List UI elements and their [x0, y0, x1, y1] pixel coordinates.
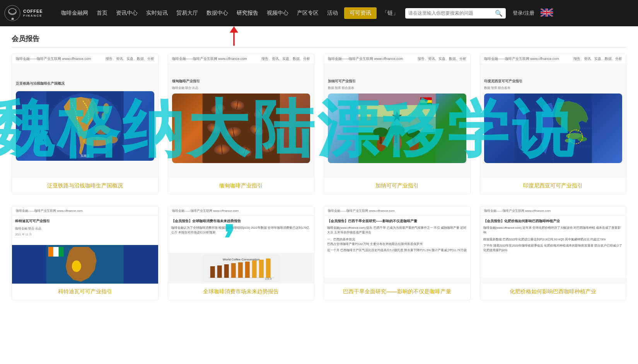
bottom-report-preview-4: 咖啡金融——咖啡产业互联网 www.cffnance.com 【会员报告】化肥价…: [480, 206, 626, 284]
svg-point-12: [95, 125, 110, 134]
svg-point-9: [102, 112, 106, 120]
report-header-2: 咖啡金融——咖啡产业互联网 www.cffnance.com 报告、资讯、实盘、…: [168, 54, 314, 64]
bottom-report-title-1: 科特迪瓦可可产业指引: [12, 284, 158, 300]
report-header-4: 咖啡金融——咖啡产业互联网 www.cffnance.com 报告、资讯、实盘、…: [480, 54, 626, 64]
bottom-report-title-4: 化肥价格如何影响巴西咖啡种植产业: [480, 284, 626, 300]
report-image-2: [172, 94, 310, 163]
svg-point-45: [373, 128, 389, 137]
nav-data[interactable]: 数据中心: [203, 0, 232, 26]
bottom-report-card-4[interactable]: 咖啡金融——咖啡产业互联网 www.cffnance.com 【会员报告】化肥价…: [480, 206, 627, 300]
report-preview-4: 咖啡金融——咖啡产业互联网 www.cffnance.com 报告、资讯、实盘、…: [480, 54, 626, 178]
reports-grid: 咖啡金融——咖啡产业互联网 www.cffnance.com 报告、资讯、实盘、…: [12, 54, 626, 194]
svg-point-8: [103, 103, 109, 114]
report-body-3: 加纳可可产业指引 数据 智库 联合发布: [324, 64, 470, 178]
nav-chain[interactable]: 「链」: [379, 10, 401, 17]
logo[interactable]: ☕ COFFEE FINANCE: [4, 5, 54, 22]
svg-rect-77: [266, 259, 270, 278]
search-input[interactable]: [408, 10, 495, 16]
main-content: 会员报告 魏格纳大陆漂移学说 ， 咖啡金融——咖啡产业互联网 www.cffna…: [0, 26, 638, 308]
bottom-report-card-2[interactable]: 咖啡金融——咖啡产业互联网 www.cffnance.com 【会员报告】全球咖…: [168, 206, 315, 300]
nav-events[interactable]: 活动: [323, 0, 342, 26]
bottom-report-card-3[interactable]: 咖啡金融——咖啡产业互联网 www.cffnance.com 【会员报告】巴西干…: [324, 206, 471, 300]
svg-rect-66: [59, 247, 64, 257]
nav-region[interactable]: 产区专区: [293, 0, 322, 26]
bottom-report-preview-3: 咖啡金融——咖啡产业互联网 www.cffnance.com 【会员报告】巴西干…: [324, 206, 470, 284]
report-title-4: 印度尼西亚可可产业指引: [480, 178, 626, 194]
report-image-1: 东南亚: [16, 91, 154, 161]
svg-rect-50: [420, 103, 432, 105]
nav-video[interactable]: 视频中心: [263, 0, 292, 26]
report-preview-1: 咖啡金融——咖啡产业互联网 www.cffnance.com 报告、资讯、实盘、…: [12, 54, 158, 178]
report-card-3[interactable]: 咖啡金融——咖啡产业互联网 www.cffnance.com 报告、资讯、实盘、…: [324, 54, 471, 194]
svg-rect-70: [217, 265, 222, 278]
report-card-4[interactable]: 咖啡金融——咖啡产业互联网 www.cffnance.com 报告、资讯、实盘、…: [480, 54, 627, 194]
section-title: 会员报告: [12, 34, 626, 48]
logo-icon: ☕: [4, 5, 21, 22]
svg-rect-65: [53, 247, 59, 257]
svg-point-11: [106, 136, 118, 143]
search-button[interactable]: 🔍: [495, 10, 503, 17]
svg-point-55: [565, 139, 572, 143]
navbar: ☕ COFFEE FINANCE 咖啡金融网 首页 资讯中心 实时短讯 贸易大厅…: [0, 0, 638, 26]
report-image-3: [328, 94, 466, 163]
bottom-report-preview-1: 咖啡金融——咖啡产业互联网 www.cffnance.com 科特迪瓦可可产业指…: [12, 206, 158, 284]
svg-point-46: [388, 125, 405, 135]
nav-cafe-finance[interactable]: 咖啡金融网: [57, 0, 92, 26]
report-body-4: 印度尼西亚可可产业指引 数据 智库 联合发布: [480, 64, 626, 178]
svg-rect-76: [259, 260, 263, 278]
logo-text: COFFEE FINANCE: [23, 9, 43, 18]
language-flag[interactable]: [541, 9, 553, 18]
bottom-report-card-1[interactable]: 咖啡金融——咖啡产业互联网 www.cffnance.com 科特迪瓦可可产业指…: [12, 206, 159, 300]
svg-text:东南亚: 东南亚: [80, 154, 90, 158]
report-image-4: [484, 94, 623, 163]
svg-rect-64: [48, 247, 53, 257]
report-title-3: 加纳可可产业指引: [324, 178, 470, 194]
nav-cocoa[interactable]: 可可资讯: [344, 7, 377, 19]
report-title-1: 泛亚铁路与沿线咖啡生产国概况: [12, 178, 158, 194]
nav-home[interactable]: 首页: [93, 0, 111, 26]
nav-realtime[interactable]: 实时短讯: [142, 0, 172, 26]
nav-research[interactable]: 研究报告: [233, 0, 262, 26]
bottom-grid: 咖啡金融——咖啡产业互联网 www.cffnance.com 科特迪瓦可可产业指…: [12, 206, 626, 300]
report-header-1: 咖啡金融——咖啡产业互联网 www.cffnance.com 报告、资讯、实盘、…: [12, 54, 158, 64]
login-button[interactable]: 登录/注册: [513, 10, 534, 17]
svg-point-10: [83, 137, 110, 146]
svg-rect-72: [231, 263, 235, 278]
svg-text:☕: ☕: [11, 17, 14, 20]
report-body-2: 缅甸咖啡产业指引 咖啡金融 联合 出品: [168, 64, 314, 178]
svg-rect-75: [252, 260, 256, 278]
report-preview-3: 咖啡金融——咖啡产业互联网 www.cffnance.com 报告、资讯、实盘、…: [324, 54, 470, 178]
search-box: 🔍: [405, 8, 506, 19]
svg-point-47: [407, 129, 421, 138]
report-card-2[interactable]: 咖啡金融——咖啡产业互联网 www.cffnance.com 报告、资讯、实盘、…: [168, 54, 315, 194]
svg-rect-74: [245, 262, 249, 278]
report-title-2: 缅甸咖啡产业指引: [168, 178, 314, 194]
svg-rect-69: [210, 266, 215, 278]
svg-rect-73: [238, 262, 242, 278]
report-preview-2: 咖啡金融——咖啡产业互联网 www.cffnance.com 报告、资讯、实盘、…: [168, 54, 314, 178]
bottom-report-title-3: 巴西干旱全面研究——影响的不仅是咖啡产量: [324, 284, 470, 300]
nav-trade[interactable]: 贸易大厅: [172, 0, 202, 26]
report-body-1: 泛亚铁路与沿线咖啡生产国概况: [12, 64, 158, 178]
report-card-1[interactable]: 咖啡金融——咖啡产业互联网 www.cffnance.com 报告、资讯、实盘、…: [12, 54, 159, 194]
report-header-3: 咖啡金融——咖啡产业互联网 www.cffnance.com 报告、资讯、实盘、…: [324, 54, 470, 64]
svg-rect-71: [224, 264, 229, 278]
svg-point-62: [72, 260, 81, 272]
bottom-report-preview-2: 咖啡金融——咖啡产业互联网 www.cffnance.com 【会员报告】全球咖…: [168, 206, 314, 284]
nav-news[interactable]: 资讯中心: [112, 0, 142, 26]
bottom-report-title-2: 全球咖啡消费市场未来趋势报告: [168, 284, 314, 300]
